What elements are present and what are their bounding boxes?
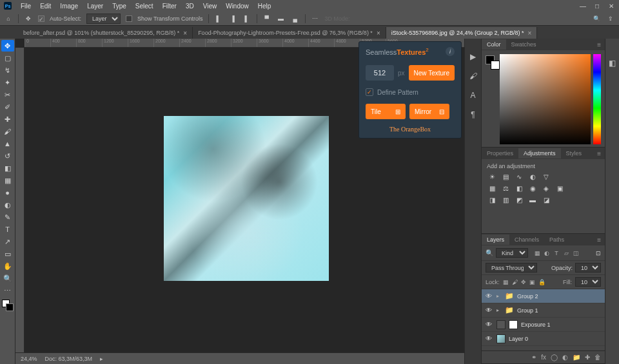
adj-panel-menu-icon[interactable]: ≡ xyxy=(593,150,605,157)
tab-color[interactable]: Color xyxy=(482,39,506,50)
align-right-icon[interactable]: ▌ xyxy=(242,14,251,23)
show-transform-check[interactable] xyxy=(126,15,132,22)
adj-posterize-icon[interactable]: ▥ xyxy=(500,195,511,204)
layer-visibility-icon[interactable]: 👁 xyxy=(486,292,493,300)
layer-visibility-icon[interactable]: 👁 xyxy=(486,335,493,342)
define-pattern-check[interactable]: ✓ xyxy=(366,88,373,96)
info-icon[interactable]: i xyxy=(446,47,455,56)
tab-swatches[interactable]: Swatches xyxy=(506,39,542,50)
adj-curves-icon[interactable]: ∿ xyxy=(514,172,524,181)
edit-toolbar-icon[interactable]: ⋯ xyxy=(1,285,14,296)
move-tool[interactable]: ✥ xyxy=(1,40,14,52)
new-group-icon[interactable]: 📁 xyxy=(573,354,580,361)
new-adj-layer-icon[interactable]: ◐ xyxy=(562,354,568,361)
layer-visibility-icon[interactable]: 👁 xyxy=(486,307,493,314)
wand-tool[interactable]: ✦ xyxy=(1,77,14,88)
layer-expand-icon[interactable]: ▸ xyxy=(496,293,502,299)
lasso-tool[interactable]: ↯ xyxy=(1,64,14,76)
canvas-image[interactable] xyxy=(164,116,329,281)
shape-tool[interactable]: ▭ xyxy=(1,248,14,260)
lock-paint-icon[interactable]: 🖌 xyxy=(512,279,518,285)
align-center-h-icon[interactable]: ▐ xyxy=(228,14,237,23)
auto-select-dropdown[interactable]: Layer xyxy=(86,14,121,24)
hue-slider[interactable] xyxy=(593,54,601,144)
adj-hue-icon[interactable]: ▦ xyxy=(487,184,497,193)
adj-vibrance-icon[interactable]: ▽ xyxy=(541,172,551,181)
tab-adjustments[interactable]: Adjustments xyxy=(518,148,561,158)
blend-mode-select[interactable]: Pass Through xyxy=(486,263,537,273)
align-center-v-icon[interactable]: ▬ xyxy=(277,14,286,23)
minimize-icon[interactable]: — xyxy=(579,3,587,10)
menu-help[interactable]: Help xyxy=(254,1,275,11)
panel-color-swatches[interactable] xyxy=(486,55,497,67)
para-panel-icon[interactable]: ¶ xyxy=(468,110,478,120)
close-icon[interactable]: ✕ xyxy=(607,3,615,10)
canvas-area[interactable]: 0400800120016002000240028003200360040004… xyxy=(15,39,464,364)
char-panel-icon[interactable]: A xyxy=(468,90,478,101)
blur-tool[interactable]: ● xyxy=(1,187,14,198)
align-bottom-icon[interactable]: ▄ xyxy=(291,14,300,23)
fill-input[interactable]: 100% xyxy=(575,277,601,287)
tab-layers[interactable]: Layers xyxy=(482,235,509,245)
tab-close-icon[interactable]: × xyxy=(527,30,531,37)
align-top-icon[interactable]: ▀ xyxy=(262,14,271,23)
crop-tool[interactable]: ✂ xyxy=(1,89,14,101)
zoom-tool[interactable]: 🔍 xyxy=(1,273,14,284)
lock-nest-icon[interactable]: ▣ xyxy=(529,279,535,285)
history-panel-icon[interactable]: ▶ xyxy=(468,52,478,62)
filter-adj-icon[interactable]: ◐ xyxy=(543,249,551,257)
auto-select-check[interactable]: ✓ xyxy=(38,15,44,22)
align-left-icon[interactable]: ▌ xyxy=(214,14,223,23)
adj-map-icon[interactable]: ▬ xyxy=(527,195,538,204)
tab-properties[interactable]: Properties xyxy=(482,148,518,158)
home-icon[interactable]: ⌂ xyxy=(4,14,13,23)
menu-edit[interactable]: Edit xyxy=(36,1,55,11)
tile-button[interactable]: Tile⊞ xyxy=(366,104,406,119)
layer-filter-kind[interactable]: Kind xyxy=(496,248,528,258)
stamp-tool[interactable]: ▲ xyxy=(1,138,14,149)
adj-balance-icon[interactable]: ⚖ xyxy=(500,184,511,193)
healing-tool[interactable]: ✚ xyxy=(1,113,14,125)
adj-brightness-icon[interactable]: ☀ xyxy=(487,172,497,181)
lock-pos-icon[interactable]: ✥ xyxy=(521,279,526,285)
filter-type-icon[interactable]: T xyxy=(553,249,560,257)
hand-tool[interactable]: ✋ xyxy=(1,260,14,272)
document-tab[interactable]: iStock-535796896.jpg @ 24,4% (Group 2, R… xyxy=(386,27,538,39)
layer-row[interactable]: 👁▸📁Group 2 xyxy=(482,289,605,303)
layer-mask-icon[interactable]: ◯ xyxy=(551,354,558,361)
menu-3d[interactable]: 3D xyxy=(182,1,198,11)
layer-row[interactable]: 👁Exposure 1 xyxy=(482,318,605,332)
brush-panel-icon[interactable]: 🖌 xyxy=(468,71,478,81)
lock-all-icon[interactable]: 🔒 xyxy=(538,279,545,285)
filter-shape-icon[interactable]: ▱ xyxy=(562,249,570,257)
adj-selective-icon[interactable]: ◪ xyxy=(541,195,551,204)
marquee-tool[interactable]: ▢ xyxy=(1,52,14,64)
adj-photo-filter-icon[interactable]: ◉ xyxy=(527,184,538,193)
search-icon[interactable]: 🔍 xyxy=(592,14,601,23)
maximize-icon[interactable]: □ xyxy=(593,3,601,10)
adj-levels-icon[interactable]: ▤ xyxy=(500,172,511,181)
libraries-icon[interactable]: ◧ xyxy=(607,58,618,68)
adj-threshold-icon[interactable]: ◩ xyxy=(514,195,524,204)
pen-tool[interactable]: ✎ xyxy=(1,211,14,223)
brush-tool[interactable]: 🖌 xyxy=(1,126,14,137)
tab-paths[interactable]: Paths xyxy=(544,235,569,245)
color-panel-menu-icon[interactable]: ≡ xyxy=(593,41,605,48)
tab-close-icon[interactable]: × xyxy=(377,30,380,37)
menu-file[interactable]: File xyxy=(17,1,35,11)
adj-mixer-icon[interactable]: ◈ xyxy=(541,184,551,193)
distribute-icon[interactable]: ⋯ xyxy=(311,14,320,23)
dodge-tool[interactable]: ◐ xyxy=(1,199,14,211)
adj-exposure-icon[interactable]: ◐ xyxy=(527,172,538,181)
eyedropper-tool[interactable]: ✐ xyxy=(1,101,14,113)
gradient-tool[interactable]: ▦ xyxy=(1,175,14,186)
menu-window[interactable]: Window xyxy=(222,1,253,11)
menu-layer[interactable]: Layer xyxy=(83,1,107,11)
type-tool[interactable]: T xyxy=(1,224,14,235)
adj-lookup-icon[interactable]: ▣ xyxy=(555,184,565,193)
menu-view[interactable]: View xyxy=(199,1,221,11)
opacity-input[interactable]: 100% xyxy=(575,263,601,273)
layers-panel-menu-icon[interactable]: ≡ xyxy=(593,236,605,244)
zoom-level[interactable]: 24,4% xyxy=(21,356,37,362)
filter-pixel-icon[interactable]: ▦ xyxy=(533,249,541,257)
